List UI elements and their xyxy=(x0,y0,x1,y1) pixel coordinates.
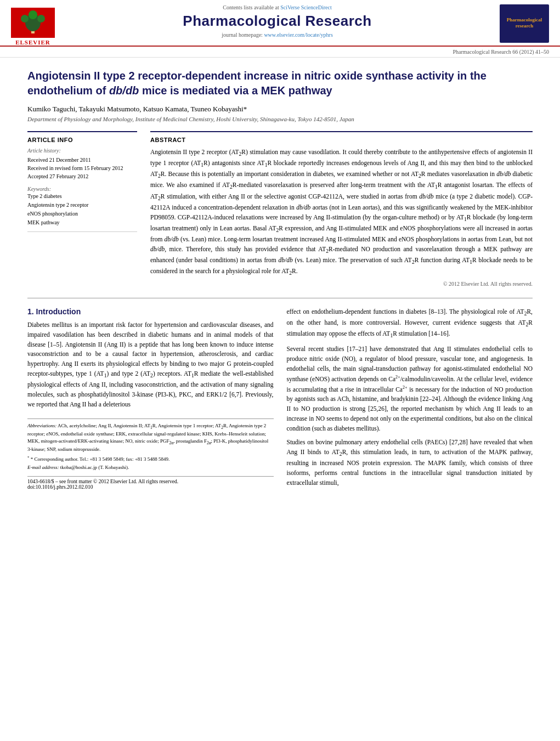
abstract-heading: ABSTRACT xyxy=(150,137,533,143)
journal-logo-right: Pharmacological research xyxy=(500,4,549,43)
affiliation: Department of Physiology and Morphology,… xyxy=(27,116,533,122)
article-body: Angiotensin II type 2 receptor-dependent… xyxy=(0,58,560,504)
section1-paragraph3: Several recent studies [17–21] have demo… xyxy=(287,344,533,433)
section1-paragraph1: Diabetes mellitus is an important risk f… xyxy=(27,320,274,410)
email-footnote: E-mail address: tkoba@hoshi.ac.jp (T. Ko… xyxy=(27,464,274,472)
header-center: Contents lists available at SciVerse Sci… xyxy=(55,4,500,38)
abstract-column: ABSTRACT Angiotensin II type 2 receptor … xyxy=(150,131,533,287)
sciverse-line: Contents lists available at SciVerse Sci… xyxy=(66,4,489,10)
section1-title: 1. Introduction xyxy=(27,307,274,316)
citation-line: Pharmacological Research 66 (2012) 41–50 xyxy=(0,47,560,58)
abstract-text: Angiotensin II type 2 receptor (AT2R) st… xyxy=(150,148,533,278)
article-info-abstract-section: ARTICLE INFO Article history: Received 2… xyxy=(27,131,533,287)
sciverse-link[interactable]: SciVerse ScienceDirect xyxy=(280,4,332,10)
abstract-box: ABSTRACT Angiotensin II type 2 receptor … xyxy=(150,131,533,287)
journal-title-header: Pharmacological Research xyxy=(66,13,489,30)
corresponding-author-footnote: * * Corresponding author. Tel.: +81 3 54… xyxy=(27,455,274,463)
footnotes-area: Abbreviations: ACh, acetylcholine; Ang I… xyxy=(27,418,274,490)
article-info-heading: ARTICLE INFO xyxy=(27,137,137,143)
doi-line: 1043-6618/$ – see front matter © 2012 El… xyxy=(27,476,274,490)
svg-point-5 xyxy=(29,10,37,19)
authors: Kumiko Taguchi, Takayuki Matsumoto, Kats… xyxy=(27,105,533,114)
article-info-column: ARTICLE INFO Article history: Received 2… xyxy=(27,131,137,287)
elsevier-logo: ELSEVIER xyxy=(11,8,55,46)
body-left-column: 1. Introduction Diabetes mellitus is an … xyxy=(27,307,274,493)
footnotes-section: Abbreviations: ACh, acetylcholine; Ang I… xyxy=(27,418,274,472)
journal-header: ELSEVIER Contents lists available at Sci… xyxy=(0,0,560,47)
copyright-line: © 2012 Elsevier Ltd. All rights reserved… xyxy=(150,281,533,287)
section1-paragraph4: Studies on bovine pulmonary artery endot… xyxy=(287,438,533,488)
keywords-label: Keywords: xyxy=(27,186,137,192)
page-wrapper: ELSEVIER Contents lists available at Sci… xyxy=(0,0,560,741)
svg-point-3 xyxy=(21,15,29,22)
body-two-col: 1. Introduction Diabetes mellitus is an … xyxy=(27,307,533,493)
abbreviations-footnote: Abbreviations: ACh, acetylcholine; Ang I… xyxy=(27,422,274,454)
body-right-column: effect on endothelium-dependent function… xyxy=(287,307,533,493)
article-dates: Received 21 December 2011 Received in re… xyxy=(27,156,137,180)
article-info-box: ARTICLE INFO Article history: Received 2… xyxy=(27,131,137,232)
svg-point-4 xyxy=(37,15,45,22)
elsevier-wordmark: ELSEVIER xyxy=(15,39,50,46)
logo-title: Pharmacological research xyxy=(507,17,542,29)
elsevier-logo-box xyxy=(11,8,55,38)
keywords-section: Keywords: Type 2 diabetes Angiotensin ty… xyxy=(27,186,137,227)
section1-paragraph2: effect on endothelium-dependent function… xyxy=(287,307,533,340)
article-title: Angiotensin II type 2 receptor-dependent… xyxy=(27,69,533,98)
article-history-label: Article history: xyxy=(27,148,137,154)
section-divider xyxy=(27,298,533,298)
journal-homepage: journal homepage: www.elsevier.com/locat… xyxy=(66,32,489,38)
journal-homepage-link[interactable]: www.elsevier.com/locate/yphrs xyxy=(264,32,332,38)
elsevier-tree-icon xyxy=(14,10,52,35)
keywords-list: Type 2 diabetes Angiotensin type 2 recep… xyxy=(27,192,137,227)
